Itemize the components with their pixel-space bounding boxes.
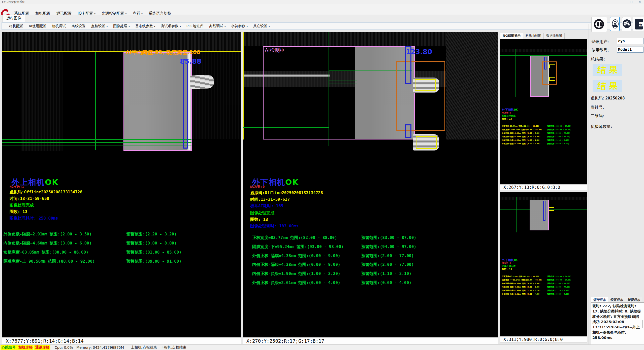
log-tab-bar: 运行日志 设置日志 错误日志 xyxy=(591,297,642,303)
measurement-row: 外侧正极-隔膜=4.38mm 范围:(0.00 - 9.00)预警范围:(2.0… xyxy=(252,253,340,259)
maximize-icon[interactable]: □ xyxy=(627,0,635,4)
detect-result-box xyxy=(415,79,436,91)
measure-value: 123.80 xyxy=(406,48,432,56)
detect-result-box xyxy=(549,207,554,211)
overlay-line xyxy=(2,111,191,111)
mini-meas: 内侧正极-隔膜=4.38mm 范围:(0.00 - 9.00) xyxy=(502,286,540,288)
machine-texture xyxy=(500,49,587,52)
mini-meas: 外侧正极-隔膜=4.38mm 范围:(0.00 - 9.00) xyxy=(502,132,540,134)
virtual-code: 虚拟码:Offline20250208133134728 xyxy=(10,190,82,195)
tool-other-settings[interactable]: 其它设置▾ xyxy=(250,23,273,29)
pause-icon xyxy=(594,19,604,29)
process-time: 图像处理耗时: 258.00ms xyxy=(10,216,58,221)
login-user-input[interactable] xyxy=(617,38,643,44)
measure-box xyxy=(405,124,411,138)
process-done: 图像处理完成 xyxy=(10,203,34,208)
chevron-down-icon: ▾ xyxy=(154,25,155,28)
close-icon[interactable]: × xyxy=(635,0,644,4)
overlay-line xyxy=(329,81,357,81)
loop-count: 圈数: 13 xyxy=(10,209,27,215)
measurement-row: 外侧正极-负极=2.61mm 范围:(0.60 - 4.00)预警范围:(0.6… xyxy=(252,280,340,286)
camera-link-status: 相机连接 xyxy=(17,345,34,350)
ng-preview-top-coords: X:267;Y:13;R:0;G:0;B:0 xyxy=(500,184,587,190)
tool-offline-setting[interactable]: 离线设置 xyxy=(69,23,88,29)
tool-baseline-params[interactable]: 基准线参数▾ xyxy=(133,23,158,29)
pause-button[interactable] xyxy=(591,17,607,32)
tool-char-params[interactable]: 字符参数▾ xyxy=(228,23,250,29)
title-bar: CYS-视觉检测系统 — □ × xyxy=(0,0,644,4)
timestamp: 时间:13-31-59-627 xyxy=(250,197,290,202)
ng-count: NG次数:0 xyxy=(250,185,265,189)
process-time: 图像处理耗时: 183.00ms xyxy=(250,224,299,229)
measurement-row: 负极宽度=83.05mm 范围:(80.00 - 86.00)预警范围:(81.… xyxy=(4,250,88,255)
mini-meas: 预警范围:(1.10 - 2.10) xyxy=(547,139,569,142)
tab-run-log[interactable]: 运行日志 xyxy=(591,297,608,303)
mini-meas: 预警范围:(2.00 - 77.00) xyxy=(547,282,570,285)
mini-meas: 外侧正极-负极=2.61mm 范围:(0.60 - 4.00) xyxy=(502,143,540,145)
cpu-status: Cpu: 0.0% xyxy=(55,345,73,349)
tab-ng-screenshot[interactable]: NG截图显示 xyxy=(500,33,523,39)
result-badge-1: 结果 xyxy=(593,64,622,76)
mini-meas: 预警范围:(0.60 - 4.00) xyxy=(547,143,569,145)
overlay-line xyxy=(2,40,241,40)
tool-camera-config[interactable]: 相机配置 xyxy=(6,23,26,29)
qr-code-label: 二维码: xyxy=(591,113,604,119)
login-user-button[interactable] xyxy=(610,17,620,31)
mini-meas: 预警范围:(83.00 - 87.00) xyxy=(547,275,571,278)
tool-check-setting[interactable]: 点检设置▾ xyxy=(88,23,111,29)
detect-result-box xyxy=(549,64,555,68)
mini-meas: 预警范围:(0.60 - 4.00) xyxy=(547,293,569,295)
upper-camera-status: 上相机:点检结束 xyxy=(131,345,157,350)
detect-result-box xyxy=(549,77,555,81)
user-group-icon xyxy=(623,19,631,28)
tab-run-image[interactable]: 运行图像 xyxy=(3,15,25,22)
log-text-area[interactable]: 耗时: 222, 缺陷检测耗时: 17, 缺陷分类耗时: 0, 缺陷提取分区耗时… xyxy=(591,302,644,349)
virtual-code-label: 虚拟码: 20250208 xyxy=(591,96,625,101)
tab-data-curve[interactable]: 数据曲线图 xyxy=(544,33,565,39)
ng-preview-top: 外下相机OK NG次数:0 图像处理完成 圈数: 13 正极宽度=83.77mm… xyxy=(500,39,587,184)
mini-meas: 外侧正极-隔膜=4.38mm 范围:(0.00 - 9.00) xyxy=(502,282,540,285)
overlay-line xyxy=(243,32,244,139)
config-toolbar: 相机配置 AI使用配置 相机调试 离线设置 点检设置▾ 图像处理▾ 基准线参数▾… xyxy=(2,22,643,30)
machine-texture xyxy=(500,197,587,200)
minimize-icon[interactable]: — xyxy=(618,0,627,4)
overlay-line xyxy=(500,55,587,56)
tool-ai-config[interactable]: AI使用配置 xyxy=(26,23,49,29)
tab-metal-part xyxy=(190,75,215,90)
negative-tab-count-label: 负极耳数量: xyxy=(591,124,612,129)
app-window: CYS-视觉检测系统 — □ × 系统配置 相机配置 通讯配置 IO卡配置▾ 光… xyxy=(0,0,644,350)
chevron-down-icon: ▾ xyxy=(128,25,130,28)
tool-camera-debug[interactable]: 相机调试 xyxy=(49,23,69,29)
mini-meas: 正极宽度=83.77mm 范围:(82.00 - 88.00) xyxy=(502,275,539,278)
heartbeat-status: 心跳信号 xyxy=(1,345,17,350)
measurement-row: 内侧负极-隔膜=4.60mm 范围:(3.00 - 6.00)预警范围:(0.0… xyxy=(4,241,92,246)
lower-camera-view: AI检测框 123.80 外下相机OK NG次数:0 虚拟码:Offline20… xyxy=(243,32,498,337)
panel-divider xyxy=(589,24,589,350)
toolbar-grip[interactable] xyxy=(3,24,4,28)
tool-test-params[interactable]: 测试项参数▾ xyxy=(158,23,184,29)
window-title: CYS-视觉检测系统 xyxy=(2,0,25,4)
tool-offline-debug[interactable]: 离线调试▾ xyxy=(206,23,229,29)
detect-result-box xyxy=(416,136,437,149)
ng-count: NG次数:1 xyxy=(10,185,24,189)
mini-ng-count: NG次数:0 xyxy=(502,262,511,265)
measurement-row: 内侧正极-负极=1.90mm 范围:(1.00 - 2.20)预警范围:(1.1… xyxy=(252,271,340,276)
measurement-row: 隔膜宽度-下=95.24mm 范围:(93.00 - 98.00)预警范围:(9… xyxy=(252,244,343,250)
overlay-line xyxy=(2,146,191,146)
tool-image-process[interactable]: 图像处理▾ xyxy=(110,23,133,29)
mini-meas: 隔膜宽度-下=95.24mm 范围:(93.00 - 98.00) xyxy=(502,128,542,131)
tab-error-log[interactable]: 错误日志 xyxy=(625,297,642,303)
tab-line-curve[interactable]: 料线曲线图 xyxy=(523,33,544,39)
machine-texture xyxy=(21,52,62,151)
exit-button[interactable]: → xyxy=(633,17,644,31)
ai-box-label: AI检测框 xyxy=(265,47,285,54)
overlay-line xyxy=(2,139,191,140)
log-scrollbar[interactable] xyxy=(642,320,642,328)
model-input[interactable] xyxy=(617,47,643,53)
bright-edge xyxy=(187,53,191,150)
tab-settings-log[interactable]: 设置日志 xyxy=(608,297,625,303)
loop-count: 圈数: 13 xyxy=(250,217,268,222)
tool-plc-address[interactable]: PLC地址库 xyxy=(184,23,206,29)
user-group-button[interactable] xyxy=(622,17,631,31)
threshold-overlay: AI平均阈值:93, 动态阈值:100 xyxy=(125,49,200,56)
